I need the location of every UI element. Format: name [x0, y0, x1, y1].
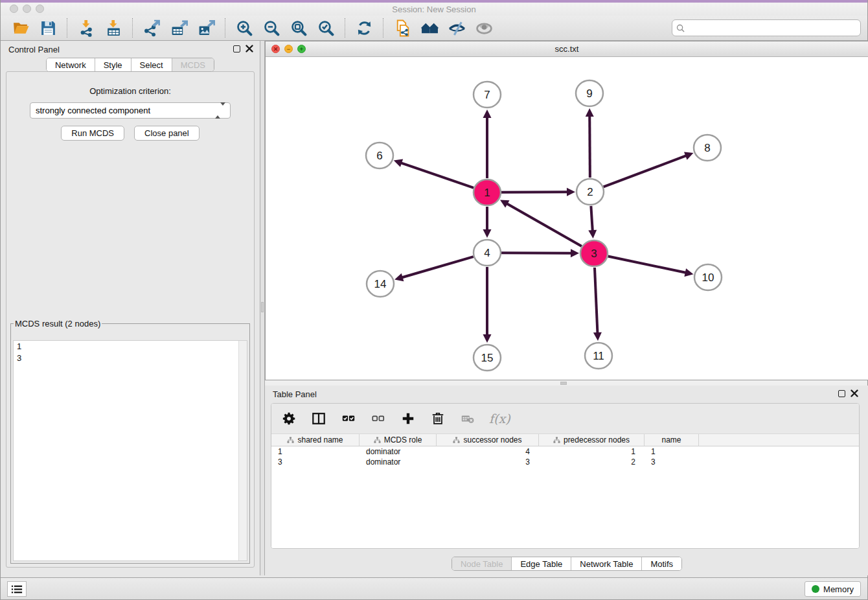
- task-history-button[interactable]: [7, 581, 27, 597]
- cell-name: 1: [645, 446, 699, 457]
- column-header-successor-nodes[interactable]: successor nodes: [437, 434, 539, 446]
- cell-MCDS-role: dominator: [360, 446, 437, 457]
- edge-2-8[interactable]: [604, 156, 687, 187]
- graph-node-label: 4: [484, 247, 490, 259]
- window-title: Session: New Session: [1, 5, 867, 14]
- tab-edge-table[interactable]: Edge Table: [511, 557, 571, 570]
- duplicate-network-icon[interactable]: [391, 18, 413, 38]
- window-titlebar: Session: New Session: [1, 3, 867, 16]
- import-table-icon[interactable]: [102, 18, 124, 38]
- cell-successor-nodes: 3: [437, 457, 539, 467]
- export-table-icon[interactable]: [168, 18, 190, 38]
- tab-motifs[interactable]: Motifs: [641, 557, 681, 570]
- network-window-titlebar[interactable]: ✕ − + scc.txt: [266, 41, 868, 57]
- edge-3-10[interactable]: [608, 257, 687, 273]
- horizontal-splitter-grip[interactable]: [560, 382, 567, 385]
- save-session-icon[interactable]: [37, 18, 59, 38]
- memory-button-label: Memory: [823, 584, 854, 594]
- cell-MCDS-role: dominator: [360, 457, 437, 467]
- open-session-icon[interactable]: [10, 18, 32, 38]
- table-panel-tabs: Node TableEdge TableNetwork TableMotifs: [265, 557, 868, 571]
- graph-node-label: 10: [702, 271, 714, 284]
- memory-button[interactable]: Memory: [805, 581, 861, 597]
- column-header-shared-name[interactable]: shared name: [271, 434, 360, 446]
- toolbar-separator: [225, 18, 225, 38]
- mcds-result-item[interactable]: 3: [14, 352, 247, 364]
- horizontal-splitter[interactable]: [265, 380, 867, 386]
- deselect-all-rows-icon[interactable]: [370, 410, 387, 427]
- table-settings-icon[interactable]: [280, 410, 297, 427]
- vertical-splitter[interactable]: [260, 41, 265, 575]
- tab-network[interactable]: Network: [47, 58, 95, 71]
- zoom-selected-icon[interactable]: [315, 18, 337, 38]
- mcds-tab-pane: Optimization criterion: strongly connect…: [6, 71, 255, 568]
- edge-3-1[interactable]: [507, 203, 582, 246]
- table-row[interactable]: 1dominator411: [271, 446, 859, 457]
- delete-column-icon[interactable]: [429, 410, 446, 427]
- table-panel-close-icon[interactable]: [851, 389, 858, 397]
- column-header-MCDS-role[interactable]: MCDS role: [360, 434, 437, 446]
- network-canvas[interactable]: 7968124314101511: [266, 57, 868, 380]
- column-header-predecessor-nodes[interactable]: predecessor nodes: [539, 434, 645, 446]
- table-row[interactable]: 3dominator323: [271, 457, 859, 467]
- cell-shared-name: 1: [271, 446, 360, 457]
- edge-arrowhead: [586, 108, 594, 117]
- application-window: Session: New Session Control Panel: [0, 0, 868, 600]
- table-panel-float-icon[interactable]: [838, 390, 845, 397]
- search-input[interactable]: [687, 23, 856, 33]
- edge-arrowhead: [593, 332, 602, 341]
- edge-arrowhead: [394, 159, 403, 167]
- zoom-fit-icon[interactable]: [288, 18, 310, 38]
- show-graphics-details-icon[interactable]: [473, 18, 495, 38]
- tab-style[interactable]: Style: [95, 58, 131, 71]
- toolbar-separator: [67, 18, 67, 38]
- edge-2-9[interactable]: [589, 115, 590, 178]
- graph-node-label: 3: [591, 248, 597, 260]
- tab-node-table[interactable]: Node Table: [452, 557, 512, 570]
- tab-mcds[interactable]: MCDS: [172, 58, 214, 71]
- zoom-in-icon[interactable]: [233, 18, 255, 38]
- main-toolbar: [1, 16, 867, 41]
- export-image-icon[interactable]: [195, 18, 217, 38]
- mcds-result-list[interactable]: 13: [13, 340, 247, 561]
- hide-graphics-details-icon[interactable]: [446, 18, 468, 38]
- graph-node-label: 1: [484, 187, 490, 199]
- select-all-rows-icon[interactable]: [340, 410, 357, 427]
- edge-1-2[interactable]: [501, 192, 568, 192]
- control-panel-close-icon[interactable]: [246, 45, 253, 52]
- tab-select[interactable]: Select: [131, 58, 172, 71]
- function-builder-icon[interactable]: f(x): [489, 411, 510, 426]
- run-mcds-button[interactable]: Run MCDS: [61, 126, 124, 141]
- close-panel-button[interactable]: Close panel: [134, 126, 200, 141]
- zoom-out-icon[interactable]: [260, 18, 282, 38]
- add-column-icon[interactable]: [400, 410, 417, 427]
- mcds-result-item[interactable]: 1: [14, 341, 247, 352]
- edge-4-14[interactable]: [402, 257, 474, 277]
- column-layout-icon[interactable]: [310, 410, 327, 427]
- cell-shared-name: 3: [271, 457, 360, 467]
- tab-network-table[interactable]: Network Table: [571, 557, 641, 570]
- edge-4-3[interactable]: [501, 253, 572, 253]
- node-table-container: f(x) shared nameMCDS rolesuccessor nodes…: [271, 403, 860, 549]
- home-layout-icon[interactable]: [418, 18, 440, 38]
- search-field[interactable]: [672, 19, 861, 36]
- edge-2-3[interactable]: [591, 206, 592, 231]
- refresh-view-icon[interactable]: [353, 18, 375, 38]
- graph-node-label: 6: [376, 150, 382, 162]
- criterion-dropdown[interactable]: strongly connected component: [30, 102, 231, 119]
- cell-name: 3: [645, 457, 699, 467]
- control-panel-float-icon[interactable]: [233, 45, 240, 52]
- export-network-icon[interactable]: [141, 18, 163, 38]
- graph-node-label: 7: [484, 89, 490, 101]
- mcds-result-scrollbar[interactable]: [238, 341, 247, 560]
- toolbar-separator: [132, 18, 133, 38]
- vertical-splitter-grip[interactable]: [261, 302, 264, 312]
- edge-1-6[interactable]: [400, 163, 474, 188]
- memory-status-icon: [812, 585, 819, 593]
- column-header-name[interactable]: name: [645, 434, 699, 446]
- graph-node-label: 2: [587, 186, 593, 198]
- edge-3-11[interactable]: [595, 268, 598, 334]
- import-network-icon[interactable]: [75, 18, 97, 38]
- delete-table-icon[interactable]: [459, 410, 476, 427]
- search-icon: [676, 24, 685, 32]
